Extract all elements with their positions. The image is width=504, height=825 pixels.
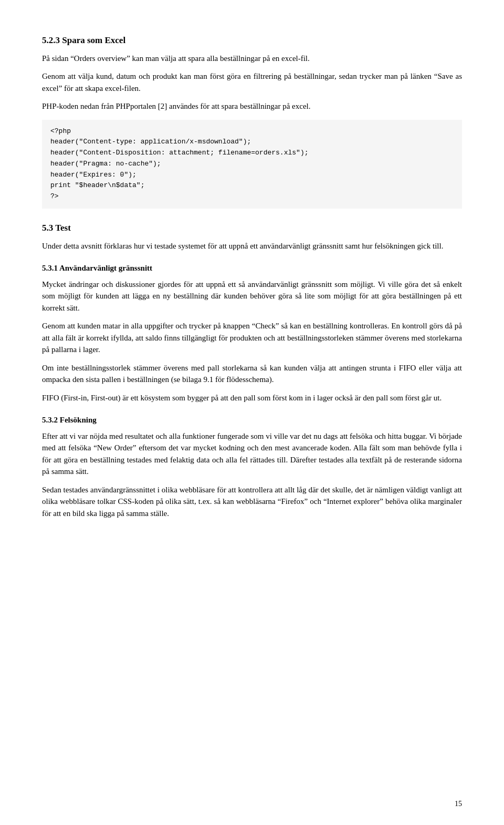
debug-para1: Efter att vi var nöjda med resultatet oc…: [42, 430, 462, 478]
debug-para2: Sedan testades användargränssnittet i ol…: [42, 484, 462, 520]
excel-para1: På sidan “Orders overview” kan man välja…: [42, 53, 462, 65]
section-test: 5.3 Test Under detta avsnitt förklaras h…: [42, 221, 462, 252]
section-excel-title: 5.2.3 Spara som Excel: [42, 34, 462, 47]
section-debug-title: 5.3.2 Felsökning: [42, 414, 462, 426]
excel-para3: PHP-koden nedan från PHPportalen [2] anv…: [42, 100, 462, 112]
page: 5.2.3 Spara som Excel På sidan “Orders o…: [0, 0, 504, 825]
ui-para1: Mycket ändringar och diskussioner gjorde…: [42, 279, 462, 314]
section-test-title: 5.3 Test: [42, 221, 462, 235]
test-intro: Under detta avsnitt förklaras hur vi tes…: [42, 240, 462, 252]
section-excel: 5.2.3 Spara som Excel På sidan “Orders o…: [42, 34, 462, 209]
section-debug: 5.3.2 Felsökning Efter att vi var nöjda …: [42, 414, 462, 519]
ui-para2: Genom att kunden matar in alla uppgifter…: [42, 320, 462, 356]
page-number: 15: [455, 798, 462, 809]
section-ui-title: 5.3.1 Användarvänligt gränssnitt: [42, 262, 462, 274]
excel-code-block: <?php header("Content-type: application/…: [42, 120, 462, 209]
excel-para2: Genom att välja kund, datum och produkt …: [42, 70, 462, 94]
ui-para3: Om inte beställningsstorlek stämmer över…: [42, 362, 462, 386]
section-ui: 5.3.1 Användarvänligt gränssnitt Mycket …: [42, 262, 462, 404]
ui-para4: FIFO (First-in, First-out) är ett kösyst…: [42, 392, 462, 404]
